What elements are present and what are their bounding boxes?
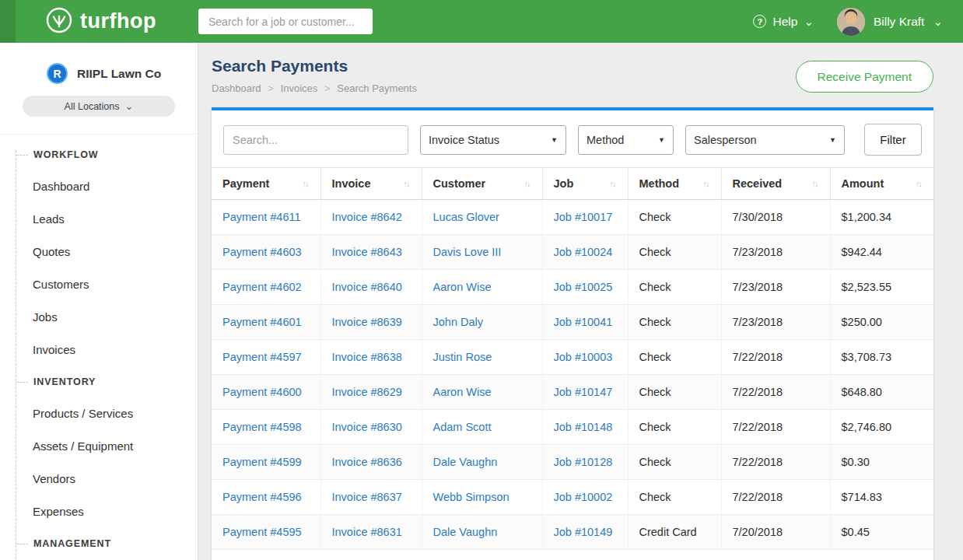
payment-link[interactable]: Payment #4601 bbox=[222, 316, 302, 328]
invoice-link[interactable]: Invoice #8640 bbox=[332, 281, 402, 293]
invoice-link[interactable]: Invoice #8629 bbox=[332, 386, 402, 398]
job-link[interactable]: Job #10128 bbox=[554, 456, 613, 468]
amount-cell: $2,523.55 bbox=[830, 270, 933, 305]
job-cell: Job #10002 bbox=[542, 480, 628, 515]
customer-link[interactable]: Lucas Glover bbox=[433, 211, 499, 223]
salesperson-select[interactable]: Salesperson ▼ bbox=[685, 125, 845, 155]
customer-link[interactable]: Adam Scott bbox=[433, 421, 492, 433]
brand-logo[interactable]: turfhop bbox=[45, 6, 156, 37]
invoice-status-select[interactable]: Invoice Status ▼ bbox=[420, 125, 566, 155]
customer-link[interactable]: Dale Vaughn bbox=[433, 526, 498, 538]
sidebar-item-quotes[interactable]: Quotes bbox=[0, 236, 198, 268]
table-row: Payment #4611Invoice #8642Lucas GloverJo… bbox=[212, 200, 933, 235]
method-cell: Credit Card bbox=[628, 515, 721, 550]
job-link[interactable]: Job #10003 bbox=[554, 351, 613, 363]
job-link[interactable]: Job #10148 bbox=[554, 421, 613, 433]
received-cell: 7/22/2018 bbox=[721, 480, 830, 515]
customer-link[interactable]: Dale Vaughn bbox=[433, 456, 498, 468]
customer-link[interactable]: Aaron Wise bbox=[433, 281, 492, 293]
invoice-link[interactable]: Invoice #8643 bbox=[332, 246, 402, 258]
job-link[interactable]: Job #10017 bbox=[554, 211, 613, 223]
invoice-link[interactable]: Invoice #8637 bbox=[332, 491, 402, 503]
table-search-input[interactable] bbox=[223, 125, 408, 155]
user-menu[interactable]: Billy Kraft ⌄ bbox=[837, 8, 943, 36]
payment-cell: Payment #4603 bbox=[212, 235, 320, 270]
invoice-link[interactable]: Invoice #8630 bbox=[332, 421, 402, 433]
column-label: Amount bbox=[842, 177, 884, 190]
invoice-link[interactable]: Invoice #8636 bbox=[332, 456, 402, 468]
job-link[interactable]: Job #10041 bbox=[554, 316, 613, 328]
payment-link[interactable]: Payment #4595 bbox=[222, 526, 302, 538]
column-header-received[interactable]: ↑↓Received bbox=[721, 168, 830, 200]
sidebar-item-expenses[interactable]: Expenses bbox=[0, 495, 198, 528]
breadcrumb-dashboard[interactable]: Dashboard bbox=[212, 82, 261, 94]
received-cell: 7/22/2018 bbox=[721, 375, 830, 410]
select-caret-icon: ▼ bbox=[658, 136, 665, 144]
payment-link[interactable]: Payment #4600 bbox=[222, 386, 302, 398]
column-header-customer[interactable]: ↑↓Customer bbox=[422, 168, 542, 200]
table-row: Payment #4599Invoice #8636Dale VaughnJob… bbox=[212, 445, 933, 480]
invoice-cell: Invoice #8637 bbox=[320, 480, 422, 515]
column-label: Job bbox=[554, 177, 574, 190]
column-header-invoice[interactable]: ↑↓Invoice bbox=[320, 168, 422, 200]
customer-link[interactable]: Justin Rose bbox=[433, 351, 492, 363]
brand-name: turfhop bbox=[80, 9, 156, 33]
company-name: RIIPL Lawn Co bbox=[77, 67, 161, 81]
method-value: Method bbox=[587, 134, 624, 146]
column-label: Received bbox=[733, 177, 783, 190]
sidebar-item-invoices[interactable]: Invoices bbox=[0, 334, 198, 366]
column-header-amount[interactable]: ↑↓Amount bbox=[830, 168, 933, 200]
method-cell: Check bbox=[628, 340, 721, 375]
payment-link[interactable]: Payment #4611 bbox=[222, 211, 301, 223]
customer-link[interactable]: Aaron Wise bbox=[433, 386, 492, 398]
column-header-payment[interactable]: ↑↓Payment bbox=[212, 168, 320, 200]
job-link[interactable]: Job #10002 bbox=[554, 491, 613, 503]
sidebar-item-products-services[interactable]: Products / Services bbox=[0, 397, 198, 430]
customer-link[interactable]: Davis Love III bbox=[433, 246, 502, 258]
filter-button[interactable]: Filter bbox=[864, 124, 922, 156]
payment-link[interactable]: Payment #4603 bbox=[222, 246, 302, 258]
invoice-link[interactable]: Invoice #8639 bbox=[332, 316, 402, 328]
job-link[interactable]: Job #10024 bbox=[554, 246, 613, 258]
help-menu[interactable]: ? Help ⌄ bbox=[753, 15, 813, 29]
sidebar-item-vendors[interactable]: Vendors bbox=[0, 463, 198, 495]
job-link[interactable]: Job #10149 bbox=[554, 526, 613, 538]
payment-link[interactable]: Payment #4598 bbox=[222, 421, 302, 433]
sidebar-item-customers[interactable]: Customers bbox=[0, 268, 198, 301]
method-cell: Check bbox=[628, 410, 721, 445]
column-header-job[interactable]: ↑↓Job bbox=[542, 168, 628, 200]
customer-link[interactable]: John Daly bbox=[433, 316, 483, 328]
amount-cell: $714.83 bbox=[830, 480, 933, 515]
tree-guide-line bbox=[16, 150, 16, 560]
payment-link[interactable]: Payment #4596 bbox=[222, 491, 302, 503]
global-search-input[interactable] bbox=[198, 9, 373, 34]
table-row: Payment #4603Invoice #8643Davis Love III… bbox=[212, 235, 933, 270]
invoice-link[interactable]: Invoice #8631 bbox=[332, 526, 402, 538]
company-logo-icon: R bbox=[47, 63, 68, 84]
location-selector[interactable]: All Locations ⌄ bbox=[23, 96, 175, 117]
customer-cell: Davis Love III bbox=[422, 235, 542, 270]
payment-link[interactable]: Payment #4599 bbox=[222, 456, 302, 468]
sidebar-item-assets-equipment[interactable]: Assets / Equipment bbox=[0, 430, 198, 463]
sidebar-nav: WORKFLOWDashboardLeadsQuotesCustomersJob… bbox=[0, 135, 198, 560]
invoice-link[interactable]: Invoice #8642 bbox=[332, 211, 402, 223]
customer-link[interactable]: Webb Simpson bbox=[433, 491, 510, 503]
receive-payment-button[interactable]: Receive Payment bbox=[796, 61, 933, 93]
sidebar-item-dashboard[interactable]: Dashboard bbox=[0, 170, 198, 203]
invoice-link[interactable]: Invoice #8638 bbox=[332, 351, 402, 363]
payment-link[interactable]: Payment #4597 bbox=[222, 351, 302, 363]
breadcrumb-invoices[interactable]: Invoices bbox=[281, 82, 318, 94]
job-link[interactable]: Job #10025 bbox=[554, 281, 613, 293]
method-select[interactable]: Method ▼ bbox=[578, 125, 674, 155]
job-link[interactable]: Job #10147 bbox=[554, 386, 613, 398]
job-cell: Job #10041 bbox=[542, 305, 628, 340]
column-header-method[interactable]: ↑↓Method bbox=[628, 168, 721, 200]
payment-link[interactable]: Payment #4602 bbox=[222, 281, 302, 293]
invoice-cell: Invoice #8643 bbox=[320, 235, 422, 270]
customer-cell: Justin Rose bbox=[422, 340, 542, 375]
sort-icon: ↑↓ bbox=[610, 179, 617, 188]
sidebar-item-jobs[interactable]: Jobs bbox=[0, 301, 198, 334]
table-row: Payment #4595Invoice #8631Dale VaughnJob… bbox=[212, 515, 933, 550]
invoice-status-value: Invoice Status bbox=[429, 134, 499, 146]
sidebar-item-leads[interactable]: Leads bbox=[0, 203, 198, 236]
